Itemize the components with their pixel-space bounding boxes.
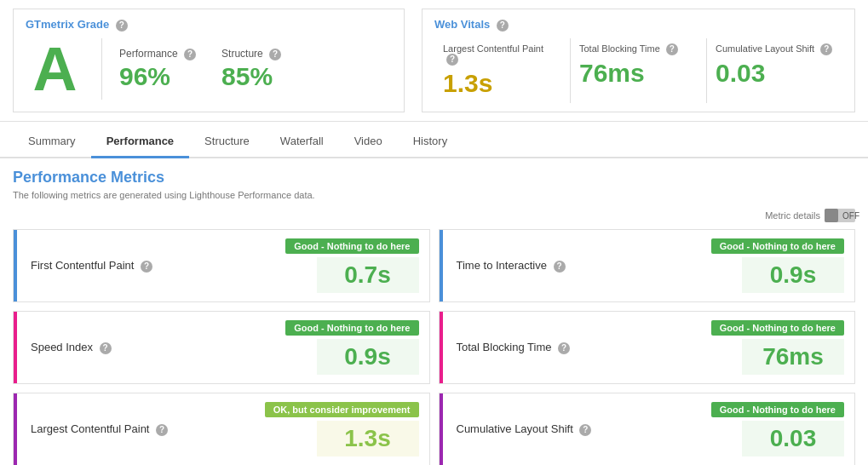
tabs-bar: Summary Performance Structure Waterfall … xyxy=(0,126,868,158)
lcp-vital: Largest Contentful Paint ? 1.3s xyxy=(434,38,571,103)
gtmetrix-title: GTmetrix Grade ? xyxy=(26,18,392,32)
gtmetrix-grade-panel: GTmetrix Grade ? A Performance ? 96% Str… xyxy=(13,9,405,112)
performance-label: Performance ? xyxy=(119,48,196,60)
toggle-off-label: OFF xyxy=(840,211,862,221)
tbt-badge: Good - Nothing to do here xyxy=(711,320,844,336)
tbt-label-text: Total Blocking Time xyxy=(579,43,660,54)
cls-help-icon[interactable]: ? xyxy=(820,43,832,55)
si-name: Speed Index ? xyxy=(31,341,112,353)
fcp-value-bg: 0.7s xyxy=(317,257,419,293)
si-border xyxy=(14,312,17,383)
cls-name: Cumulative Layout Shift ? xyxy=(457,422,592,435)
fcp-name: First Contentful Paint ? xyxy=(31,259,152,272)
si-help-icon[interactable]: ? xyxy=(100,342,112,354)
lcp-help-icon2[interactable]: ? xyxy=(156,424,168,436)
tbt-name: Total Blocking Time ? xyxy=(457,341,571,353)
gtmetrix-help-icon[interactable]: ? xyxy=(116,20,128,32)
cls-score: Good - Nothing to do here 0.03 xyxy=(708,402,844,456)
fcp-border xyxy=(14,230,17,301)
tbt-help-icon[interactable]: ? xyxy=(666,43,678,55)
si-name-text: Speed Index xyxy=(31,341,93,353)
web-vitals-panel: Web Vitals ? Largest Contentful Paint ? … xyxy=(422,9,855,112)
si-value-bg: 0.9s xyxy=(317,339,419,375)
tti-name: Time to Interactive ? xyxy=(457,259,566,272)
structure-label: Structure ? xyxy=(221,48,281,60)
si-score: Good - Nothing to do here 0.9s xyxy=(283,320,419,375)
lcp-value-bg: 1.3s xyxy=(317,421,419,456)
lcp-name-text: Largest Contentful Paint xyxy=(31,422,149,435)
metrics-grid: First Contentful Paint ? Good - Nothing … xyxy=(13,229,855,465)
performance-value: 96% xyxy=(119,62,196,91)
tbt-label: Total Blocking Time ? xyxy=(579,43,698,55)
lcp-border xyxy=(14,393,17,465)
lcp-name: Largest Contentful Paint ? xyxy=(31,422,168,435)
tab-summary[interactable]: Summary xyxy=(13,126,91,158)
tbt-value-bg: 76ms xyxy=(742,339,844,375)
cls-label-text: Cumulative Layout Shift xyxy=(716,43,814,54)
web-vitals-title: Web Vitals ? xyxy=(434,18,842,32)
performance-section: Performance Metrics The following metric… xyxy=(0,158,868,465)
si-badge: Good - Nothing to do here xyxy=(285,320,418,336)
fcp-name-text: First Contentful Paint xyxy=(31,259,134,272)
performance-subtitle: The following metrics are generated usin… xyxy=(13,190,855,200)
fcp-badge: Good - Nothing to do here xyxy=(285,238,418,254)
tab-video[interactable]: Video xyxy=(339,126,398,158)
tti-badge: Good - Nothing to do here xyxy=(711,238,844,254)
toggle-container: Metric details OFF xyxy=(765,209,855,222)
fcp-help-icon[interactable]: ? xyxy=(141,261,152,273)
metric-card-fcp: First Contentful Paint ? Good - Nothing … xyxy=(13,229,430,302)
tbt-value: 76ms xyxy=(579,59,698,88)
lcp-score: OK, but consider improvement 1.3s xyxy=(265,402,419,456)
cls-vital: Cumulative Layout Shift ? 0.03 xyxy=(707,38,842,103)
grade-letter: A xyxy=(26,38,102,100)
cls-value-bg: 0.03 xyxy=(742,421,844,456)
metric-details-label: Metric details xyxy=(765,210,820,221)
tti-score: Good - Nothing to do here 0.9s xyxy=(708,238,844,293)
toggle-handle xyxy=(825,209,838,222)
metric-card-lcp: Largest Contentful Paint ? OK, but consi… xyxy=(13,393,430,465)
structure-metric: Structure ? 85% xyxy=(221,48,281,91)
cls-label: Cumulative Layout Shift ? xyxy=(716,43,834,55)
cls-badge: Good - Nothing to do here xyxy=(711,402,844,417)
tbt-score: Good - Nothing to do here 76ms xyxy=(708,320,844,375)
structure-help-icon[interactable]: ? xyxy=(269,49,281,60)
fcp-value: 0.7s xyxy=(344,261,391,288)
tab-structure[interactable]: Structure xyxy=(189,126,265,158)
metric-card-si: Speed Index ? Good - Nothing to do here … xyxy=(13,311,430,384)
performance-metrics-title: Performance Metrics xyxy=(13,169,855,187)
performance-help-icon[interactable]: ? xyxy=(184,49,196,60)
performance-label-text: Performance xyxy=(119,48,178,60)
tab-performance[interactable]: Performance xyxy=(91,126,189,158)
tti-help-icon[interactable]: ? xyxy=(554,261,566,273)
fcp-score: Good - Nothing to do here 0.7s xyxy=(283,238,419,293)
cls-value: 0.03 xyxy=(716,59,834,88)
tbt-vital: Total Blocking Time ? 76ms xyxy=(571,38,707,103)
cls-border xyxy=(440,393,443,465)
tbt-border xyxy=(440,312,443,383)
lcp-badge: OK, but consider improvement xyxy=(265,402,419,417)
lcp-label-text: Largest Contentful Paint xyxy=(443,43,543,54)
lcp-value: 1.3s xyxy=(443,69,561,98)
lcp-label: Largest Contentful Paint ? xyxy=(443,43,561,66)
cls-help-icon[interactable]: ? xyxy=(579,424,591,436)
web-vitals-title-text: Web Vitals xyxy=(434,18,490,31)
tbt-value: 76ms xyxy=(762,343,824,370)
metric-details-toggle[interactable]: OFF xyxy=(825,209,855,222)
tti-name-text: Time to Interactive xyxy=(457,259,547,272)
metric-card-tbt: Total Blocking Time ? Good - Nothing to … xyxy=(439,311,856,384)
lcp-help-icon[interactable]: ? xyxy=(446,54,458,66)
metric-card-cls: Cumulative Layout Shift ? Good - Nothing… xyxy=(439,393,856,465)
si-value: 0.9s xyxy=(344,343,391,370)
cls-name-text: Cumulative Layout Shift xyxy=(457,422,573,435)
lcp-value2: 1.3s xyxy=(344,425,391,451)
tab-history[interactable]: History xyxy=(398,126,463,158)
tbt-name-text: Total Blocking Time xyxy=(457,341,552,353)
tti-value: 0.9s xyxy=(770,261,817,288)
tbt-help-icon[interactable]: ? xyxy=(558,342,570,354)
cls-value2: 0.03 xyxy=(770,425,817,451)
performance-metric: Performance ? 96% xyxy=(119,48,196,91)
tti-border xyxy=(440,230,443,301)
tab-waterfall[interactable]: Waterfall xyxy=(265,126,339,158)
web-vitals-help-icon[interactable]: ? xyxy=(497,20,509,32)
gtmetrix-title-text: GTmetrix Grade xyxy=(26,18,109,31)
